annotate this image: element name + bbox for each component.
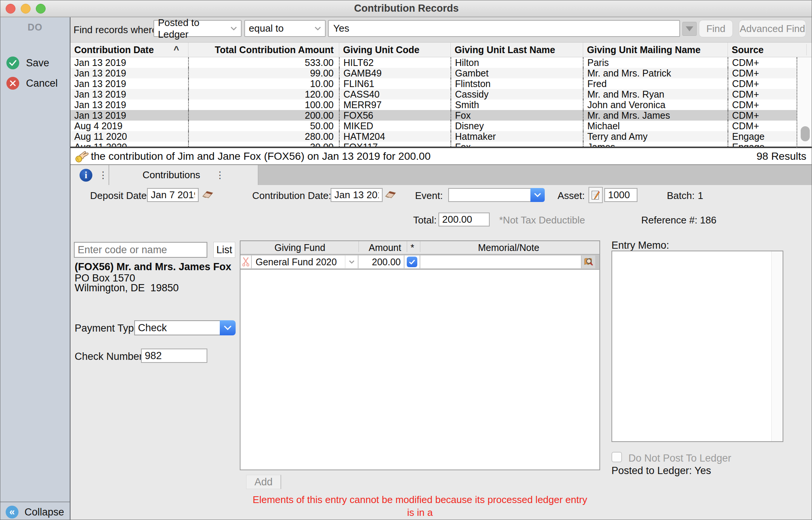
memo-column-header: Memorial/Note [478,241,539,254]
results-count: 98 Results [757,148,806,164]
check-number-label: Check Number: [75,351,146,362]
deductible-checkbox-checked[interactable] [407,257,417,267]
payment-type-label: Payment Type: [75,323,142,334]
not-tax-deductible-note: *Not Tax Deductible [499,214,585,226]
reference-value: 186 [700,214,716,226]
asset-label: Asset: [558,190,585,202]
collapse-button[interactable]: « Collapse [6,506,64,518]
event-select[interactable] [448,188,530,202]
payment-type-dropdown-button[interactable] [220,320,236,335]
status-bar: the contribution of Jim and Jane Fox (FO… [70,148,812,165]
table-row[interactable]: Jan 13 2019120.00CASS40CassidyMr. and Mr… [70,89,797,99]
check-icon [6,57,19,69]
info-icon[interactable]: i [80,169,92,182]
giving-unit-address-line2: Wilmington, DE 19850 [75,282,179,294]
table-row-selected[interactable]: Jan 13 2019200.00FOX56FoxMr. and Mrs. Ja… [70,110,797,121]
giving-unit-search-input[interactable] [74,242,207,258]
deposit-date-field[interactable] [147,188,199,202]
collapse-chevrons-icon: « [6,506,18,518]
find-button[interactable]: Find [699,20,733,37]
entry-memo-label: Entry Memo: [611,240,669,251]
cancel-label: Cancel [26,78,58,89]
do-heading: DO [0,22,70,33]
table-row[interactable]: Jan 13 201910.00FLIN61FlintstonFredCDM+ [70,78,797,89]
table-row[interactable]: Jan 13 2019533.00HILT62HiltonParisCDM+ [70,57,797,68]
event-dropdown-button[interactable] [530,188,545,202]
x-icon [6,77,19,90]
drag-handle-dots-icon[interactable]: ⋮ [215,170,225,180]
asset-field[interactable] [604,188,637,202]
add-fund-line-button[interactable]: Add [246,475,281,489]
delete-line-cell[interactable] [241,255,251,268]
column-header-last-name[interactable]: Giving Unit Last Name [450,43,583,57]
deposit-date-label: Deposit Date: [90,190,150,202]
title-bar: Contribution Records [0,0,812,17]
table-row[interactable]: Jan 13 2019100.00MERR97SmithJohn and Ver… [70,99,797,110]
window-title: Contribution Records [0,0,812,17]
advanced-find-button[interactable]: Advanced Find [739,20,806,37]
table-row[interactable]: Jan 13 201999.00GAMB49GambetMr. and Mrs.… [70,68,797,78]
do-not-post-label: Do Not Post To Ledger [628,453,731,464]
chevron-down-icon [314,26,321,31]
save-button[interactable]: Save [6,57,49,69]
dropdown-arrow-icon [686,26,693,31]
deductible-cell [404,255,420,268]
column-header-source[interactable]: Source [728,43,797,57]
table-row[interactable]: Aug 11 202030.00FOX117FoxJamesEngage [70,142,797,148]
asset-note-button[interactable] [588,187,603,203]
date-stamp-icon[interactable] [201,189,214,200]
entry-memo-textarea[interactable] [611,251,783,442]
fund-amount-field[interactable] [359,255,404,268]
column-header-giving-unit-code[interactable]: Giving Unit Code [339,43,450,57]
giving-unit-name: (FOX56) Mr. and Mrs. James Fox [75,261,231,273]
giving-fund-select[interactable]: General Fund 2020 [252,255,358,268]
search-value-input[interactable] [328,20,680,37]
do-not-post-checkbox[interactable] [611,452,622,462]
fund-column-header: Giving Fund [274,241,325,254]
deductible-column-header: * [411,241,414,254]
fund-table-header: Giving Fund Amount * Memorial/Note [241,241,599,255]
hand-holding-coin-icon [75,150,89,162]
status-text: the contribution of Jim and Jane Fox (FO… [91,148,431,164]
search-operator-select[interactable]: equal to [244,20,326,37]
results-table: Jan 13 2019533.00HILT62HiltonParisCDM+ J… [70,57,797,148]
payment-type-select[interactable]: Check [134,320,220,335]
table-row[interactable]: Aug 4 201950.00MIKEDDisneyMichaelCDM+ [70,121,797,131]
date-stamp-icon[interactable] [384,189,397,200]
results-table-header: Contribution Date ^ Total Contribution A… [70,43,797,57]
total-label: Total: [413,214,437,226]
results-scrollbar[interactable] [797,57,812,148]
batch-value: 1 [698,190,703,202]
scrollbar-thumb[interactable] [801,126,810,141]
memo-scrollbar-gutter[interactable] [771,251,783,441]
sidebar-divider [0,502,70,502]
contribution-records-window: Contribution Records DO Save Cancel « Co… [0,0,812,520]
tab-contributions[interactable]: Contributions ⋮ [109,165,258,185]
chevron-down-icon [230,26,237,31]
list-button[interactable]: List [213,242,235,258]
check-number-field[interactable] [141,349,207,363]
scissors-icon [242,257,249,267]
column-header-mailing-name[interactable]: Giving Unit Mailing Name [583,43,728,57]
table-row[interactable]: Aug 11 2020280.00HATM204HatmakerTerry an… [70,131,797,142]
column-header-contribution-date[interactable]: Contribution Date ^ [70,43,188,57]
search-history-dropdown-button[interactable] [682,22,697,36]
memorial-note-field[interactable] [420,255,581,268]
search-field-select[interactable]: Posted to Ledger [153,20,242,37]
posted-to-ledger-text: Posted to Ledger: Yes [611,465,711,477]
save-label: Save [26,57,49,69]
sort-ascending-icon: ^ [173,43,179,57]
event-label: Event: [415,190,443,202]
contribution-date-field[interactable] [331,188,383,202]
find-records-label: Find records where [74,17,158,43]
cancel-button[interactable]: Cancel [6,77,58,90]
total-field[interactable] [438,213,490,226]
column-header-total-amount[interactable]: Total Contribution Amount [188,43,339,57]
chevron-down-icon [224,326,231,330]
chevron-down-icon [345,255,358,268]
memo-lookup-cell[interactable] [582,255,595,268]
reference-label: Reference #: [641,214,697,226]
drag-handle-dots-icon[interactable]: ⋮ [98,170,108,180]
fund-row: General Fund 2020 [241,255,599,270]
book-magnifier-icon [584,257,593,267]
